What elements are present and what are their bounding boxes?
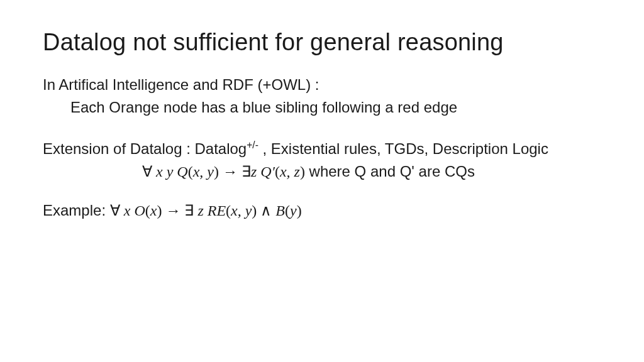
ex-arrow: → ∃ xyxy=(162,202,197,219)
vars-xy: x y xyxy=(156,163,173,180)
ex-RE: RE xyxy=(204,202,226,219)
paren-open-2: ( xyxy=(275,163,280,180)
qprime-symbol: Q′ xyxy=(257,163,275,180)
q-symbol: Q xyxy=(173,163,187,180)
ex-paren-close-3: ) xyxy=(297,202,302,219)
example-label: Example: xyxy=(43,202,110,219)
paren-open-1: ( xyxy=(188,163,193,180)
ext-superscript: +/- xyxy=(247,140,258,150)
args-xz: x, z xyxy=(280,163,300,180)
slide-title: Datalog not sufficient for general reaso… xyxy=(43,29,601,56)
ex-arg-y: y xyxy=(290,202,297,219)
example-line: Example: ∀ x O(x) → ∃ z RE(x, y) ∧ B(y) xyxy=(43,202,601,219)
ex-B: B xyxy=(275,202,285,219)
ext-suffix: , Existential rules, TGDs, Description L… xyxy=(258,140,548,157)
ex-and: ∧ xyxy=(257,202,275,219)
ex-arg-x: x xyxy=(150,202,157,219)
ext-prefix: Extension of Datalog : Datalog xyxy=(43,140,247,157)
ex-z: z xyxy=(197,202,203,219)
slide: Datalog not sufficient for general reaso… xyxy=(0,0,644,362)
ex-args-xy: x, y xyxy=(231,202,252,219)
ex-paren-open-3: ( xyxy=(285,202,290,219)
intro-subline: Each Orange node has a blue sibling foll… xyxy=(43,97,601,118)
paren-close-1: ) xyxy=(214,163,219,180)
ex-O: O xyxy=(130,202,145,219)
var-z: z xyxy=(251,163,257,180)
paren-close-2: ) xyxy=(300,163,305,180)
main-formula: ∀ x y Q(x, y) → ∃z Q′(x, z) where Q and … xyxy=(43,163,601,180)
ex-paren-open-1: ( xyxy=(145,202,150,219)
forall-symbol: ∀ xyxy=(142,163,156,180)
extension-line: Extension of Datalog : Datalog+/- , Exis… xyxy=(43,138,601,159)
ex-paren-open-2: ( xyxy=(226,202,231,219)
ex-x: x xyxy=(124,202,131,219)
arrow-exists: → ∃ xyxy=(219,163,251,180)
args-xy: x, y xyxy=(193,163,214,180)
formula-tail: where Q and Q' are CQs xyxy=(305,163,475,180)
intro-line: In Artifical Intelligence and RDF (+OWL)… xyxy=(43,75,601,95)
ex-forall: ∀ xyxy=(110,202,124,219)
